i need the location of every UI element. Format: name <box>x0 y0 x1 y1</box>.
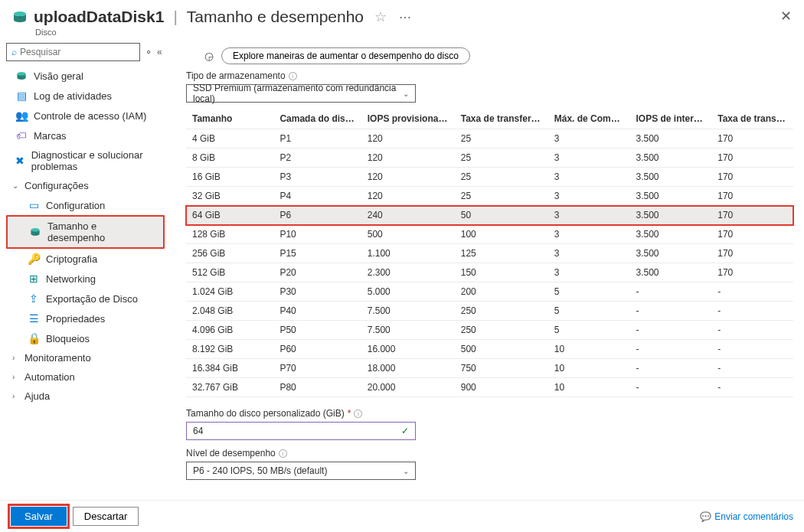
explore-performance-button[interactable]: Explore maneiras de aumentar o desempenh… <box>221 47 470 64</box>
sidebar-group-config[interactable]: ⌄ Configurações <box>6 176 165 195</box>
table-cell: - <box>711 378 793 397</box>
info-icon[interactable]: i <box>289 72 297 80</box>
table-row[interactable]: 8 GiBP21202533.500170 <box>186 149 793 168</box>
table-cell: 120 <box>361 129 455 149</box>
table-cell: 3.500 <box>630 206 712 225</box>
table-cell: 10 <box>548 378 630 397</box>
table-row[interactable]: 8.192 GiBP6016.00050010-- <box>186 340 793 359</box>
col-burst-iops[interactable]: IOPS de intermitê... i <box>630 109 712 129</box>
table-cell: 3.500 <box>630 244 712 263</box>
table-row[interactable]: 4 GiBP11202533.500170 <box>186 129 793 149</box>
col-size[interactable]: Tamanho <box>186 109 273 129</box>
col-burst-tp[interactable]: Taxa de transfer... i <box>711 109 793 129</box>
feedback-link[interactable]: 💬 Enviar comentários <box>700 511 793 522</box>
table-row[interactable]: 16.384 GiBP7018.00075010-- <box>186 359 793 378</box>
sidebar-item-label: Configuration <box>46 200 105 211</box>
sidebar-item-size-performance[interactable]: Tamanho e desempenho <box>6 215 165 249</box>
table-cell: P2 <box>273 149 361 168</box>
table-row[interactable]: 512 GiBP202.30015033.500170 <box>186 263 793 282</box>
sidebar-item-configuration[interactable]: ▭ Configuration <box>6 195 165 215</box>
table-cell: - <box>711 282 793 302</box>
table-cell: 4 GiB <box>186 129 273 149</box>
network-icon: ⊞ <box>28 273 40 285</box>
sidebar-item-iam[interactable]: 👥 Controle de acesso (IAM) <box>6 106 165 126</box>
sidebar-item-locks[interactable]: 🔒 Bloqueios <box>6 328 165 348</box>
table-cell: 25 <box>455 149 548 168</box>
col-tier[interactable]: Camada do disco <box>273 109 361 129</box>
table-cell: - <box>711 340 793 359</box>
table-cell: P70 <box>273 359 361 378</box>
search-input[interactable] <box>20 47 135 57</box>
table-row[interactable]: 32.767 GiBP8020.00090010-- <box>186 378 793 397</box>
search-input-wrapper[interactable]: ⌕ <box>6 43 140 61</box>
sidebar-item-label: Criptografia <box>46 253 97 265</box>
table-cell: - <box>630 302 712 321</box>
pin-icon[interactable]: ⚬ <box>145 47 152 57</box>
check-icon: ✓ <box>401 426 409 436</box>
more-menu-icon[interactable]: ⋯ <box>399 10 411 24</box>
table-cell: 3 <box>548 244 630 263</box>
sidebar-item-label: Tamanho e desempenho <box>47 220 157 243</box>
table-row[interactable]: 16 GiBP31202533.500170 <box>186 168 793 187</box>
sidebar-group-monitoring[interactable]: › Monitoramento <box>6 348 165 367</box>
table-cell: 16 GiB <box>186 168 273 187</box>
svg-point-1 <box>17 72 25 75</box>
table-row[interactable]: 256 GiBP151.10012533.500170 <box>186 244 793 263</box>
sidebar-item-properties[interactable]: ☰ Propriedades <box>6 308 165 328</box>
table-cell: 500 <box>361 225 455 244</box>
close-icon[interactable]: ✕ <box>780 8 792 24</box>
main-content: ◶ Explore maneiras de aumentar o desempe… <box>165 43 804 491</box>
table-cell: P80 <box>273 378 361 397</box>
size-perf-icon <box>29 226 41 238</box>
table-cell: 170 <box>711 187 793 206</box>
table-cell: P50 <box>273 321 361 340</box>
discard-button[interactable]: Descartar <box>73 507 139 526</box>
sidebar-item-label: Controle de acesso (IAM) <box>34 110 146 122</box>
table-cell: 125 <box>455 244 548 263</box>
export-icon: ⇪ <box>28 292 40 305</box>
table-row[interactable]: 4.096 GiBP507.5002505-- <box>186 321 793 340</box>
sidebar-item-overview[interactable]: Visão geral <box>6 66 165 86</box>
save-button[interactable]: Salvar <box>11 507 67 526</box>
table-cell: 3.500 <box>630 168 712 187</box>
table-row[interactable]: 2.048 GiBP407.5002505-- <box>186 302 793 321</box>
col-throughput[interactable]: Taxa de transferênci... i <box>455 109 548 129</box>
chevron-right-icon: › <box>12 354 20 362</box>
table-row[interactable]: 32 GiBP41202533.500170 <box>186 187 793 206</box>
sidebar-item-label: Exportação de Disco <box>46 293 138 305</box>
title-separator: | <box>170 8 180 26</box>
table-row[interactable]: 1.024 GiBP305.0002005-- <box>186 282 793 302</box>
log-icon: ▤ <box>15 90 28 102</box>
info-icon[interactable]: i <box>354 410 362 418</box>
storage-type-value: SSD Premium (armazenamento com redundânc… <box>193 83 403 104</box>
sidebar-item-activity-log[interactable]: ▤ Log de atividades <box>6 86 165 106</box>
table-row[interactable]: 64 GiBP62405033.500170 <box>186 206 793 225</box>
col-shares[interactable]: Máx. de Comparti... i <box>548 109 630 129</box>
sidebar-group-help[interactable]: › Ajuda <box>6 387 165 406</box>
table-row[interactable]: 128 GiBP1050010033.500170 <box>186 225 793 244</box>
sidebar-group-automation[interactable]: › Automation <box>6 367 165 387</box>
sidebar-item-diagnose[interactable]: ✖ Diagnosticar e solucionar problemas <box>6 145 165 176</box>
collapse-sidebar-icon[interactable]: « <box>157 47 162 57</box>
resource-name: uploadDataDisk1 <box>34 8 164 26</box>
sidebar-item-label: Visão geral <box>34 70 83 82</box>
perf-tier-dropdown[interactable]: P6 - 240 IOPS, 50 MB/s (default) ⌄ <box>186 462 416 480</box>
custom-size-input[interactable]: 64 ✓ <box>186 422 416 440</box>
table-cell: P1 <box>273 129 361 149</box>
table-cell: 200 <box>455 282 548 302</box>
sidebar-item-disk-export[interactable]: ⇪ Exportação de Disco <box>6 289 165 308</box>
sidebar-item-tags[interactable]: 🏷 Marcas <box>6 126 165 145</box>
table-cell: 120 <box>361 168 455 187</box>
table-cell: 3.500 <box>630 129 712 149</box>
table-cell: 250 <box>455 321 548 340</box>
table-cell: 240 <box>361 206 455 225</box>
info-icon[interactable]: i <box>279 449 287 458</box>
sidebar-item-encryption[interactable]: 🔑 Criptografia <box>6 249 165 269</box>
sidebar-item-networking[interactable]: ⊞ Networking <box>6 269 165 289</box>
storage-type-dropdown[interactable]: SSD Premium (armazenamento com redundânc… <box>186 84 416 103</box>
table-cell: 3 <box>548 206 630 225</box>
favorite-star-icon[interactable]: ☆ <box>374 8 387 25</box>
col-iops[interactable]: IOPS provisionada i <box>361 109 455 129</box>
sidebar-item-label: Propriedades <box>46 313 105 325</box>
table-cell: - <box>630 359 712 378</box>
